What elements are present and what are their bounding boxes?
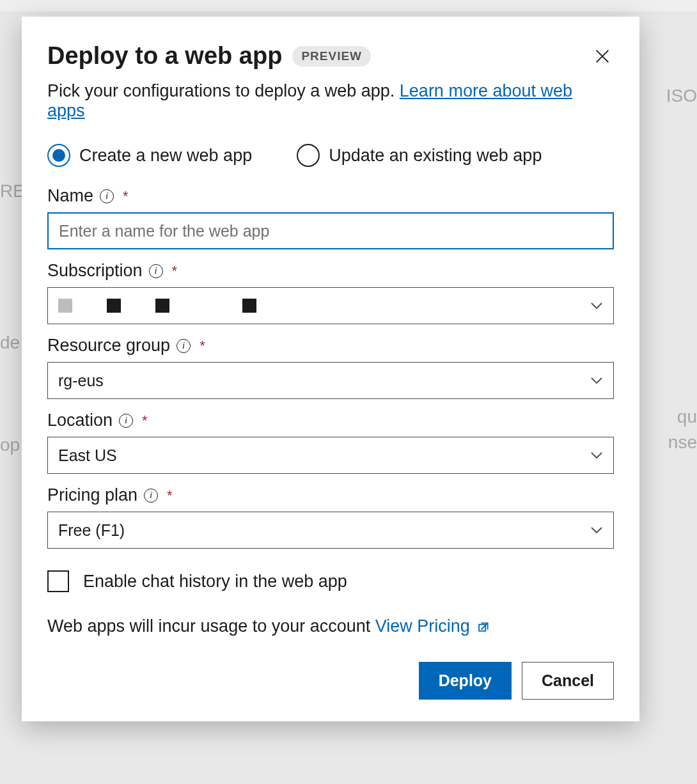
info-icon[interactable]: i xyxy=(149,264,163,278)
deploy-mode-radiogroup: Create a new web app Update an existing … xyxy=(47,144,614,167)
required-mark: * xyxy=(167,487,173,504)
chat-history-label: Enable chat history in the web app xyxy=(83,572,347,592)
info-icon[interactable]: i xyxy=(119,414,133,428)
radio-update-existing[interactable]: Update an existing web app xyxy=(297,144,542,167)
location-value: East US xyxy=(58,446,117,465)
radio-label: Create a new web app xyxy=(79,146,252,166)
chevron-down-icon xyxy=(590,451,603,459)
dialog-header: Deploy to a web app PREVIEW xyxy=(47,42,614,70)
required-mark: * xyxy=(142,412,148,429)
field-name: Name i * xyxy=(47,186,614,249)
chevron-down-icon xyxy=(590,526,603,534)
external-link-icon xyxy=(478,621,490,632)
subtitle-text: Pick your configurations to deploy a web… xyxy=(47,81,400,100)
info-icon[interactable]: i xyxy=(176,339,191,353)
info-icon[interactable]: i xyxy=(100,189,114,203)
resource-group-select[interactable]: rg-eus xyxy=(47,362,614,399)
radio-create-new[interactable]: Create a new web app xyxy=(47,144,252,167)
dialog-subtitle: Pick your configurations to deploy a web… xyxy=(47,81,614,121)
pricing-plan-label: Pricing plan xyxy=(47,485,137,505)
required-mark: * xyxy=(200,338,205,354)
deploy-button[interactable]: Deploy xyxy=(419,662,512,700)
title-row: Deploy to a web app PREVIEW xyxy=(47,42,371,70)
required-mark: * xyxy=(123,188,129,205)
bg-frag: nse xyxy=(668,432,697,453)
redacted-value xyxy=(58,299,256,313)
bg-frag: qu xyxy=(677,407,697,427)
required-mark: * xyxy=(172,263,178,279)
name-input[interactable] xyxy=(47,212,614,249)
chat-history-row: Enable chat history in the web app xyxy=(47,570,614,592)
bg-frag: op xyxy=(0,435,20,455)
pricing-note: Web apps will incur usage to your accoun… xyxy=(47,616,614,636)
location-select[interactable]: East US xyxy=(47,437,614,474)
pricing-note-text: Web apps will incur usage to your accoun… xyxy=(47,616,375,636)
subscription-select[interactable] xyxy=(47,287,614,324)
info-icon[interactable]: i xyxy=(144,489,158,503)
deploy-dialog: Deploy to a web app PREVIEW Pick your co… xyxy=(22,17,639,721)
view-pricing-link[interactable]: View Pricing xyxy=(375,616,490,636)
cancel-button[interactable]: Cancel xyxy=(522,662,614,700)
radio-icon xyxy=(47,144,70,167)
background-toolbar xyxy=(0,0,697,13)
resource-group-label: Resource group xyxy=(47,336,170,356)
chevron-down-icon xyxy=(590,302,603,310)
chevron-down-icon xyxy=(590,377,603,384)
chat-history-checkbox[interactable] xyxy=(47,570,69,592)
close-button[interactable] xyxy=(591,45,614,70)
radio-icon xyxy=(297,144,320,167)
dialog-title: Deploy to a web app xyxy=(47,42,282,70)
field-location: Location i * East US xyxy=(47,411,614,474)
location-label: Location xyxy=(47,411,113,430)
bg-frag: ISO xyxy=(666,86,697,106)
dialog-buttons: Deploy Cancel xyxy=(47,662,614,700)
pricing-plan-value: Free (F1) xyxy=(58,521,125,540)
close-icon xyxy=(593,47,611,65)
field-pricing-plan: Pricing plan i * Free (F1) xyxy=(47,485,614,549)
bg-frag: de xyxy=(0,333,20,353)
resource-group-value: rg-eus xyxy=(58,372,104,390)
name-label: Name xyxy=(47,186,93,206)
subscription-label: Subscription xyxy=(47,261,143,281)
pricing-plan-select[interactable]: Free (F1) xyxy=(47,512,614,549)
field-subscription: Subscription i * xyxy=(47,261,614,324)
field-resource-group: Resource group i * rg-eus xyxy=(47,336,614,399)
preview-badge: PREVIEW xyxy=(292,46,371,67)
radio-label: Update an existing web app xyxy=(329,146,542,166)
